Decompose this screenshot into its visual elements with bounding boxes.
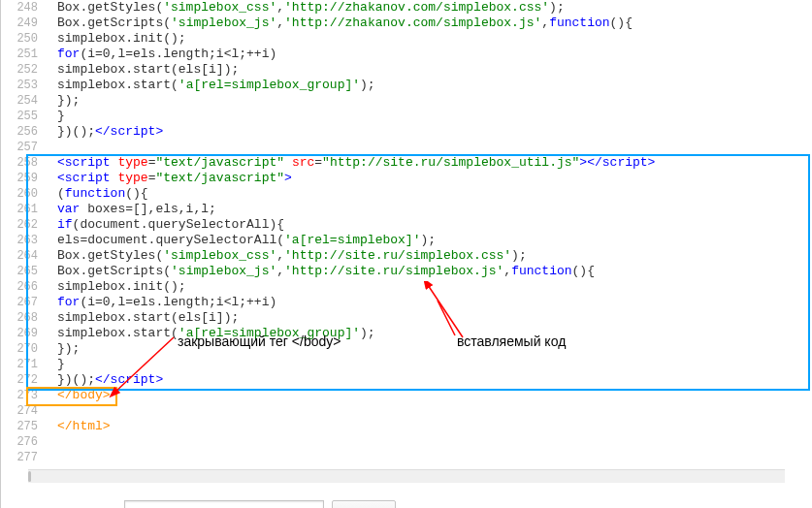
code-line[interactable]: 276 xyxy=(1,434,812,450)
line-number: 250 xyxy=(1,31,46,47)
line-number: 249 xyxy=(1,16,46,31)
code-content[interactable]: simplebox.start(els[i]); xyxy=(46,62,812,78)
code-content[interactable]: els=document.querySelectorAll('a[rel=sim… xyxy=(46,233,812,248)
line-number: 256 xyxy=(1,124,46,140)
line-number: 272 xyxy=(1,372,46,388)
code-content[interactable]: simplebox.init(); xyxy=(46,279,812,295)
code-line[interactable]: 261var boxes=[],els,i,l; xyxy=(1,202,812,217)
code-content[interactable]: for(i=0,l=els.length;i<l;++i) xyxy=(46,295,812,310)
code-content[interactable]: <script type="text/javascript" src="http… xyxy=(46,155,812,171)
code-line[interactable]: 275</html> xyxy=(1,419,812,434)
code-content[interactable] xyxy=(46,403,812,419)
code-content[interactable]: } xyxy=(46,109,812,124)
line-number: 259 xyxy=(1,171,46,186)
code-content[interactable]: simplebox.init(); xyxy=(46,31,812,47)
code-line[interactable]: 253simplebox.start('a[rel=simplebox_grou… xyxy=(1,78,812,93)
code-line[interactable]: 260(function(){ xyxy=(1,186,812,202)
code-line[interactable]: 269simplebox.start('a[rel=simplebox_grou… xyxy=(1,326,812,341)
code-line[interactable]: 249Box.getScripts('simplebox_js','http:/… xyxy=(1,16,812,31)
code-line[interactable]: 272})();</script> xyxy=(1,372,812,388)
line-number: 258 xyxy=(1,155,46,171)
code-line[interactable]: 255} xyxy=(1,109,812,124)
code-line[interactable]: 277 xyxy=(1,450,812,465)
line-number: 269 xyxy=(1,326,46,341)
code-content[interactable]: </body> xyxy=(46,388,812,403)
line-number: 262 xyxy=(1,217,46,233)
line-number: 267 xyxy=(1,295,46,310)
code-content[interactable] xyxy=(46,450,812,465)
line-number: 255 xyxy=(1,109,46,124)
code-line[interactable]: 259<script type="text/javascript"> xyxy=(1,171,812,186)
code-line[interactable]: 258<script type="text/javascript" src="h… xyxy=(1,155,812,171)
line-number: 264 xyxy=(1,248,46,264)
code-line[interactable]: 266simplebox.init(); xyxy=(1,279,812,295)
code-content[interactable]: var boxes=[],els,i,l; xyxy=(46,202,812,217)
code-line[interactable]: 251for(i=0,l=els.length;i<l;++i) xyxy=(1,47,812,62)
line-number: 273 xyxy=(1,388,46,403)
line-number: 254 xyxy=(1,93,46,109)
line-number: 253 xyxy=(1,78,46,93)
line-number: 252 xyxy=(1,62,46,78)
line-number: 276 xyxy=(1,434,46,450)
line-number: 257 xyxy=(1,140,46,155)
code-content[interactable]: Box.getStyles('simplebox_css','http://si… xyxy=(46,248,812,264)
line-number: 274 xyxy=(1,403,46,419)
code-line[interactable]: 270}); xyxy=(1,341,812,357)
code-line[interactable]: 248Box.getStyles('simplebox_css','http:/… xyxy=(1,0,812,16)
code-line[interactable]: 263els=document.querySelectorAll('a[rel=… xyxy=(1,233,812,248)
code-content[interactable]: simplebox.start('a[rel=simplebox_group]'… xyxy=(46,78,812,93)
code-content[interactable]: for(i=0,l=els.length;i<l;++i) xyxy=(46,47,812,62)
code-line[interactable]: 254}); xyxy=(1,93,812,109)
code-content[interactable] xyxy=(46,434,812,450)
line-number: 271 xyxy=(1,357,46,372)
horizontal-scrollbar[interactable] xyxy=(28,469,785,483)
line-number: 248 xyxy=(1,0,46,16)
code-content[interactable]: Box.getScripts('simplebox_js','http://zh… xyxy=(46,16,812,31)
line-number: 260 xyxy=(1,186,46,202)
code-line[interactable]: 274 xyxy=(1,403,812,419)
code-line[interactable]: 267for(i=0,l=els.length;i<l;++i) xyxy=(1,295,812,310)
code-content[interactable]: simplebox.start(els[i]); xyxy=(46,310,812,326)
code-content[interactable] xyxy=(46,140,812,155)
function-name-select[interactable]: Название функции... ▼ xyxy=(124,500,324,508)
code-content[interactable]: if(document.querySelectorAll){ xyxy=(46,217,812,233)
code-content[interactable]: (function(){ xyxy=(46,186,812,202)
code-editor[interactable]: закрывающий тег </body> вставляемый код … xyxy=(1,0,812,483)
code-line[interactable]: 252simplebox.start(els[i]); xyxy=(1,62,812,78)
line-number: 277 xyxy=(1,450,46,465)
line-number: 265 xyxy=(1,264,46,279)
code-line[interactable]: 268simplebox.start(els[i]); xyxy=(1,310,812,326)
scrollbar-thumb[interactable] xyxy=(28,471,31,482)
annotation-closing-body: закрывающий тег </body> xyxy=(178,333,341,349)
code-line[interactable]: 265Box.getScripts('simplebox_js','http:/… xyxy=(1,264,812,279)
code-line[interactable]: 273</body> xyxy=(1,388,812,403)
line-number: 251 xyxy=(1,47,46,62)
code-content[interactable]: }); xyxy=(46,93,812,109)
code-content[interactable]: }); xyxy=(46,341,812,357)
code-content[interactable]: Box.getStyles('simplebox_css','http://zh… xyxy=(46,0,812,16)
line-number: 270 xyxy=(1,341,46,357)
annotation-inserted-code: вставляемый код xyxy=(457,333,566,349)
code-content[interactable]: })();</script> xyxy=(46,372,812,388)
code-content[interactable]: Box.getScripts('simplebox_js','http://si… xyxy=(46,264,812,279)
code-line[interactable]: 262if(document.querySelectorAll){ xyxy=(1,217,812,233)
line-number: 275 xyxy=(1,419,46,434)
code-content[interactable]: } xyxy=(46,357,812,372)
code-content[interactable]: </html> xyxy=(46,419,812,434)
code-line[interactable]: 264Box.getStyles('simplebox_css','http:/… xyxy=(1,248,812,264)
line-number: 261 xyxy=(1,202,46,217)
code-line[interactable]: 256})();</script> xyxy=(1,124,812,140)
code-content[interactable]: simplebox.start('a[rel=simplebox_group]'… xyxy=(46,326,812,341)
code-content[interactable]: <script type="text/javascript"> xyxy=(46,171,812,186)
search-button[interactable]: Поиск xyxy=(332,500,396,508)
code-content[interactable]: })();</script> xyxy=(46,124,812,140)
code-line[interactable]: 271} xyxy=(1,357,812,372)
code-line[interactable]: 250simplebox.init(); xyxy=(1,31,812,47)
line-number: 268 xyxy=(1,310,46,326)
line-number: 266 xyxy=(1,279,46,295)
line-number: 263 xyxy=(1,233,46,248)
code-line[interactable]: 257 xyxy=(1,140,812,155)
